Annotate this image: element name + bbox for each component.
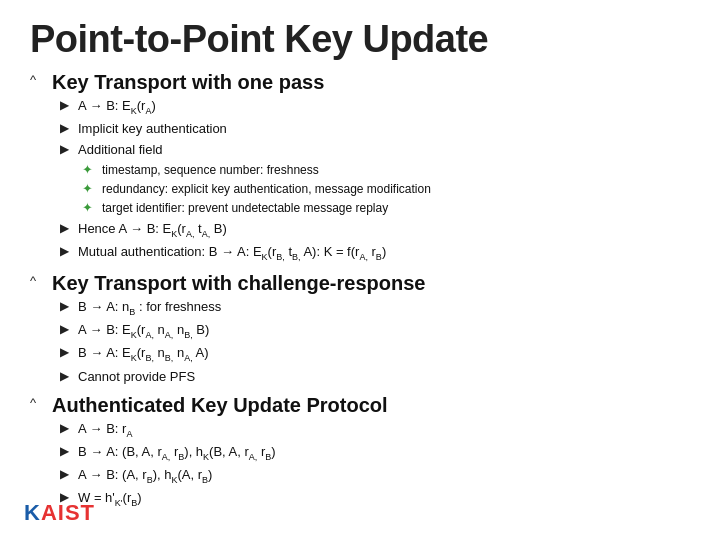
bullet-icon: ▶	[60, 345, 72, 359]
logo-a: A	[41, 500, 58, 525]
item-text: B → A: nB : for freshness	[78, 297, 221, 319]
list-item: ✦ timestamp, sequence number: freshness	[82, 161, 690, 179]
section-3-items: ▶ A → B: rA ▶ B → A: (B, A, rA, rB), hK(…	[60, 419, 690, 510]
section-2-title: Key Transport with challenge-response	[52, 272, 425, 295]
section-2: ^ Key Transport with challenge-response …	[30, 272, 690, 386]
list-item: ▶ A → B: EK(rA, nA, nB, B)	[60, 320, 690, 342]
item-text: A → B: EK(rA)	[78, 96, 156, 118]
item-text: Hence A → B: EK(rA, tA, B)	[78, 219, 227, 241]
item-text: B → A: (B, A, rA, rB), hK(B, A, rA, rB)	[78, 442, 276, 464]
section-1-items: ▶ A → B: EK(rA) ▶ Implicit key authentic…	[60, 96, 690, 159]
green-item-text: redundancy: explicit key authentication,…	[102, 180, 431, 198]
list-item: ✦ target identifier: prevent undetectabl…	[82, 199, 690, 217]
section-2-items: ▶ B → A: nB : for freshness ▶ A → B: EK(…	[60, 297, 690, 386]
bullet-icon: ▶	[60, 322, 72, 336]
section-3-caret: ^	[30, 395, 44, 410]
item-text: A → B: (A, rB), hK(A, rB)	[78, 465, 212, 487]
list-item: ▶ A → B: EK(rA)	[60, 96, 690, 118]
list-item: ▶ B → A: EK(rB, nB, nA, A)	[60, 343, 690, 365]
green-bullet-icon: ✦	[82, 181, 96, 196]
logo-i: I	[58, 500, 65, 525]
bullet-icon: ▶	[60, 467, 72, 481]
item-text: Implicit key authentication	[78, 119, 227, 139]
section-1: ^ Key Transport with one pass ▶ A → B: E…	[30, 71, 690, 264]
bullet-icon: ▶	[60, 299, 72, 313]
bullet-icon: ▶	[60, 142, 72, 156]
bullet-icon: ▶	[60, 421, 72, 435]
logo-s: S	[65, 500, 81, 525]
section-3-header: ^ Authenticated Key Update Protocol	[30, 394, 690, 417]
item-text: Additional field	[78, 140, 163, 160]
bullet-icon: ▶	[60, 444, 72, 458]
bullet-icon: ▶	[60, 98, 72, 112]
list-item: ▶ A → B: (A, rB), hK(A, rB)	[60, 465, 690, 487]
item-text: B → A: EK(rB, nB, nA, A)	[78, 343, 209, 365]
green-bullet-icon: ✦	[82, 200, 96, 215]
logo-t: T	[81, 500, 95, 525]
list-item: ▶ Cannot provide PFS	[60, 367, 690, 387]
list-item: ▶ B → A: nB : for freshness	[60, 297, 690, 319]
bullet-icon: ▶	[60, 369, 72, 383]
list-item: ▶ B → A: (B, A, rA, rB), hK(B, A, rA, rB…	[60, 442, 690, 464]
section-2-caret: ^	[30, 273, 44, 288]
section-1-extra-items: ▶ Hence A → B: EK(rA, tA, B) ▶ Mutual au…	[60, 219, 690, 264]
list-item: ▶ Additional field	[60, 140, 690, 160]
section-3-title: Authenticated Key Update Protocol	[52, 394, 388, 417]
green-bullet-icon: ✦	[82, 162, 96, 177]
section-1-green-items: ✦ timestamp, sequence number: freshness …	[82, 161, 690, 217]
section-1-header: ^ Key Transport with one pass	[30, 71, 690, 94]
green-item-text: timestamp, sequence number: freshness	[102, 161, 319, 179]
section-1-title: Key Transport with one pass	[52, 71, 324, 94]
slide: Point-to-Point Key Update ^ Key Transpor…	[0, 0, 720, 540]
list-item: ▶ Implicit key authentication	[60, 119, 690, 139]
logo-text: KAIST	[24, 500, 95, 526]
bullet-icon: ▶	[60, 221, 72, 235]
list-item: ▶ Mutual authentication: B → A: EK(rB, t…	[60, 242, 690, 264]
bullet-icon: ▶	[60, 244, 72, 258]
item-text: A → B: EK(rA, nA, nB, B)	[78, 320, 209, 342]
section-1-caret: ^	[30, 72, 44, 87]
item-text: Mutual authentication: B → A: EK(rB, tB,…	[78, 242, 386, 264]
item-text: Cannot provide PFS	[78, 367, 195, 387]
section-2-header: ^ Key Transport with challenge-response	[30, 272, 690, 295]
list-item: ▶ A → B: rA	[60, 419, 690, 441]
logo-k: K	[24, 500, 41, 525]
list-item: ▶ W = h'K'(rB)	[60, 488, 690, 510]
slide-title: Point-to-Point Key Update	[30, 18, 690, 61]
green-item-text: target identifier: prevent undetectable …	[102, 199, 388, 217]
list-item: ▶ Hence A → B: EK(rA, tA, B)	[60, 219, 690, 241]
list-item: ✦ redundancy: explicit key authenticatio…	[82, 180, 690, 198]
bullet-icon: ▶	[60, 121, 72, 135]
item-text: A → B: rA	[78, 419, 132, 441]
kaist-logo: KAIST	[24, 500, 95, 526]
section-3: ^ Authenticated Key Update Protocol ▶ A …	[30, 394, 690, 510]
